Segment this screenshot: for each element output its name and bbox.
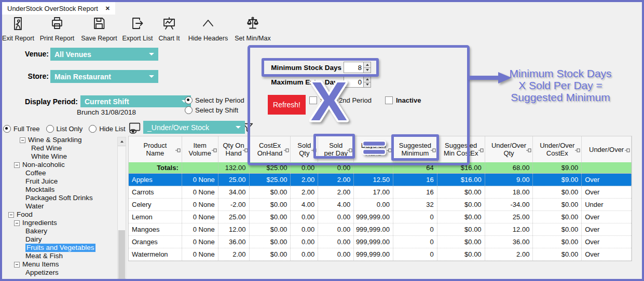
- pin-column-icon[interactable]: [625, 147, 630, 154]
- grid-row-watermelon[interactable]: Watermelon0 None2.00$0.000.000.00999,999…: [129, 248, 632, 261]
- inactive-checkbox[interactable]: Inactive: [385, 96, 421, 104]
- collapse-icon[interactable]: [14, 220, 20, 226]
- pin-column-icon[interactable]: [347, 147, 352, 154]
- column-header-days-on-hand[interactable]: Days on Hand: [354, 136, 393, 162]
- step-up-icon[interactable]: [364, 62, 371, 67]
- tree-radio-full-tree[interactable]: Full Tree: [3, 125, 40, 133]
- select-by-shift-radio[interactable]: Select by Shift: [185, 106, 238, 114]
- tree-item-ingredients[interactable]: Ingredients: [3, 219, 116, 227]
- tree-item-packaged-soft-drinks[interactable]: Packaged Soft Drinks: [3, 194, 116, 202]
- column-header-sold-per-day[interactable]: Sold per Day: [318, 136, 354, 162]
- tree-radio-list-only[interactable]: List Only: [46, 125, 83, 133]
- tree-item-food[interactable]: Food: [3, 210, 116, 219]
- column-header-sold-qty[interactable]: Sold Qty: [291, 136, 318, 162]
- pin-column-icon[interactable]: [478, 147, 484, 154]
- pin-column-icon[interactable]: [575, 147, 580, 154]
- grid-cell: Under: [582, 199, 632, 210]
- grid-cell: 2.00: [318, 174, 354, 186]
- step-down-icon[interactable]: [364, 82, 371, 88]
- column-header-product-name[interactable]: Product Name: [129, 136, 182, 162]
- tree-scrollbar[interactable]: [117, 137, 126, 279]
- pin-column-icon[interactable]: [243, 147, 248, 154]
- grid-cell: 0.00: [291, 236, 318, 248]
- pin-column-icon[interactable]: [311, 147, 317, 154]
- grid-cell: 16: [393, 186, 437, 198]
- grid-row-lemon[interactable]: Lemon0 None25.00$0.000.000.00999,999.000…: [129, 211, 632, 223]
- stepper-buttons[interactable]: [363, 62, 371, 73]
- tree-item-mocktails[interactable]: Mocktails: [3, 186, 116, 194]
- column-header-suggested-minimum[interactable]: Suggested Minimum: [393, 136, 437, 162]
- tree-radio-hide-list[interactable]: Hide List: [89, 125, 126, 133]
- grid-cell: $0.00: [533, 186, 582, 198]
- tree-item-dairy[interactable]: Dairy: [3, 235, 116, 244]
- column-header-qty-on-hand[interactable]: Qty On Hand: [218, 136, 250, 162]
- chevron-down-icon: [149, 75, 154, 78]
- grid-cell: 0.00: [318, 162, 354, 173]
- tree-item-non-alcoholic[interactable]: Non-alcoholic: [3, 161, 116, 169]
- grid-row-carrots[interactable]: Carrots0 None34.00$0.002.002.0017.0016$0…: [129, 186, 632, 199]
- scrollbar-thumb[interactable]: [118, 230, 125, 279]
- grid-row-mangoes[interactable]: Mangoes0 None12.00$0.000.000.00999,999.0…: [129, 223, 632, 236]
- toolbar-label: Set Min/Max: [235, 35, 270, 42]
- grid-cell: Over: [582, 186, 632, 198]
- grid-row-celery[interactable]: Celery0 None-2.00$0.004.004.000.0032$0.0…: [129, 199, 632, 211]
- tree-item-coffee[interactable]: Coffee: [3, 169, 116, 177]
- select-by-period-radio[interactable]: Select by Period: [185, 96, 244, 104]
- tree-item-wine-sparkling[interactable]: Wine & Sparkling: [3, 136, 116, 144]
- radio-label: Select by Period: [195, 96, 244, 104]
- pin-column-icon[interactable]: [387, 147, 392, 154]
- report-tab[interactable]: UnderStock OverStock Report ✕: [2, 2, 115, 15]
- pin-column-icon[interactable]: [526, 147, 531, 154]
- tree-item-bakery[interactable]: Bakery: [3, 227, 116, 235]
- venue-select[interactable]: All Venues: [50, 48, 158, 61]
- step-up-icon[interactable]: [364, 77, 371, 82]
- refresh-button[interactable]: Refresh!: [268, 95, 306, 115]
- grid-view-select[interactable]: _Under/Over Stock: [143, 121, 245, 134]
- pin-column-icon[interactable]: [431, 147, 436, 154]
- max-extra-days-stepper[interactable]: 0: [344, 76, 371, 88]
- grid-row-totals[interactable]: Totals:132.00$25.000.000.0064$16.0068.00…: [129, 162, 632, 174]
- store-select[interactable]: Main Restaurant: [50, 70, 158, 83]
- stepper-value: 8: [344, 62, 363, 73]
- collapse-icon[interactable]: [20, 137, 25, 143]
- note-line: Minimum Stock Days: [493, 67, 628, 79]
- export-list-button[interactable]: Export List: [119, 16, 156, 42]
- column-header-costex-onhand[interactable]: CostEx OnHand: [250, 136, 291, 162]
- tree-item-red-wine[interactable]: Red Wine: [3, 144, 116, 152]
- radio-label: Full Tree: [13, 125, 40, 133]
- pin-column-icon[interactable]: [212, 147, 217, 154]
- tree-item-meat-fish[interactable]: Meat & Fish: [3, 252, 116, 260]
- display-period-select[interactable]: Current Shift: [80, 95, 191, 107]
- min-stock-days-stepper[interactable]: 8: [344, 62, 371, 73]
- column-header-under-over[interactable]: Under/Over: [582, 136, 632, 162]
- tree-item-water[interactable]: Water: [3, 202, 116, 210]
- show-2nd-period-checkbox[interactable]: Show 2nd Period: [309, 96, 372, 104]
- view-designer-icon[interactable]: [128, 121, 142, 137]
- pin-column-icon[interactable]: [284, 147, 289, 154]
- close-icon[interactable]: ✕: [105, 5, 110, 12]
- collapse-icon[interactable]: [8, 212, 14, 218]
- tree-item-menu-items[interactable]: Menu Items: [3, 260, 116, 269]
- column-header-item-volume[interactable]: Item Volume: [182, 136, 218, 162]
- column-header-under-over-costex[interactable]: Under/Over CostEx: [533, 136, 582, 162]
- step-down-icon[interactable]: [364, 67, 371, 73]
- collapse-icon[interactable]: [14, 162, 20, 168]
- stepper-buttons[interactable]: [363, 77, 371, 87]
- tree-item-appetizers[interactable]: Appetizers: [3, 269, 116, 277]
- column-header-under-over-qty[interactable]: Under/Over Qty: [485, 136, 533, 162]
- tree-item-white-wine[interactable]: White Wine: [3, 152, 116, 161]
- scroll-up-icon[interactable]: [118, 137, 126, 146]
- save-report-button[interactable]: Save Report: [81, 16, 117, 42]
- pin-column-icon[interactable]: [175, 147, 181, 154]
- exit-report-button[interactable]: Exit Report: [0, 16, 36, 42]
- set-minmax-button[interactable]: Set Min/Max: [234, 16, 272, 42]
- collapse-icon[interactable]: [14, 262, 20, 268]
- print-report-button[interactable]: Print Report: [39, 16, 75, 42]
- tree-item-fruits-and-vegetables[interactable]: Fruits and Vegetables: [3, 244, 116, 252]
- grid-row-oranges[interactable]: Oranges0 None36.00$0.000.000.00999,999.0…: [129, 236, 632, 248]
- column-header-suggested-min-costex[interactable]: Suggested Min CostEx: [437, 136, 485, 162]
- hide-headers-button[interactable]: Hide Headers: [187, 16, 229, 42]
- grid-row-apples[interactable]: Apples0 None25.00$25.002.002.0012.5016$1…: [129, 174, 632, 186]
- tree-item-fruit-juice[interactable]: Fruit Juice: [3, 177, 116, 186]
- chart-it-button[interactable]: Chart It: [151, 16, 187, 42]
